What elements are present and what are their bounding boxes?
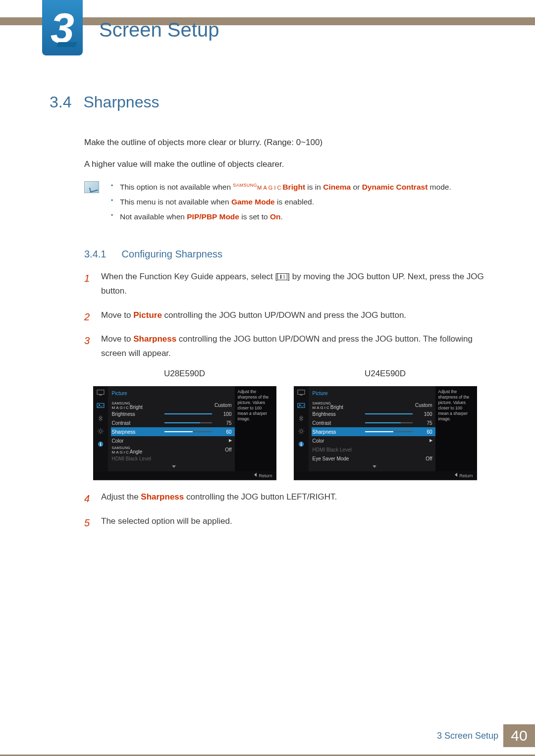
- osd-sidebar: [93, 386, 108, 471]
- step-4: 4 Adjust the Sharpness controlling the J…: [84, 490, 485, 504]
- intro-p1: Make the outline of objects more clear o…: [84, 136, 485, 149]
- note-item-2: This menu is not available when Game Mod…: [111, 196, 451, 208]
- chapter-title: Screen Setup: [99, 19, 219, 41]
- info-icon: [96, 441, 105, 448]
- step-5: 5 The selected option will be applied.: [84, 514, 485, 529]
- osd-row: Color▶: [111, 436, 235, 445]
- intro-p2: A higher value will make the outline of …: [84, 158, 485, 171]
- svg-point-12: [300, 430, 302, 432]
- subsection-heading: 3.4.1 Configuring Sharpness: [84, 249, 485, 260]
- osd-row-label: Color: [112, 437, 161, 445]
- chevron-right-icon: ▶: [428, 437, 432, 444]
- page-footer: 3 Screen Setup 40: [437, 724, 535, 747]
- chevron-down-icon: [373, 465, 376, 468]
- subsection-title: Configuring Sharpness: [122, 249, 222, 259]
- model-right: U24E590D: [285, 367, 485, 381]
- note-icon: [84, 181, 99, 193]
- section-body: Make the outline of objects more clear o…: [84, 136, 485, 226]
- note-box: This option is not available when SAMSUN…: [84, 181, 485, 226]
- osd-header: Picture: [111, 387, 235, 401]
- step-3: 3 Move to Sharpness controlling the JOG …: [84, 332, 485, 361]
- osd-row: Color▶: [312, 436, 435, 445]
- section-heading: 3.4 Sharpness: [50, 93, 485, 111]
- osd-tip: Adjust the sharpness of the picture. Val…: [235, 386, 276, 471]
- osd-row-label: Color: [313, 437, 362, 445]
- osd-main: Picture SAMSUNGMAGICBrightCustomBrightne…: [108, 386, 235, 471]
- monitor-icon: [96, 389, 105, 396]
- gear-icon: [297, 428, 306, 435]
- size-icon: [297, 415, 306, 422]
- picture-icon: [96, 402, 105, 409]
- model-left: U28E590D: [84, 367, 285, 381]
- footer-text: 3 Screen Setup: [437, 731, 498, 741]
- osd-row: Contrast75: [111, 418, 235, 427]
- section-number: 3.4: [50, 93, 81, 111]
- osd-header: Picture: [312, 387, 435, 401]
- osd-row: Brightness100: [312, 409, 435, 418]
- osd-row-label: HDMI Black Level: [313, 446, 362, 454]
- section-title: Sharpness: [83, 93, 159, 111]
- monitor-icon: [297, 389, 306, 396]
- osd-row-label: Sharpness: [112, 428, 161, 436]
- svg-rect-14: [301, 444, 302, 446]
- osd-row: Sharpness60: [111, 427, 235, 436]
- info-icon: [297, 441, 306, 448]
- osd-row: SAMSUNGMAGICBrightCustom: [111, 401, 235, 409]
- osd-row-label: SAMSUNGMAGICBright: [112, 401, 161, 409]
- osd-main: Picture SAMSUNGMAGICBrightCustomBrightne…: [309, 386, 435, 471]
- back-icon: [254, 473, 257, 477]
- osd-left: Picture SAMSUNGMAGICBrightCustomBrightne…: [93, 386, 276, 480]
- page-number: 40: [503, 724, 535, 747]
- osd-right: Picture SAMSUNGMAGICBrightCustomBrightne…: [294, 386, 477, 480]
- osd-row-label: Contrast: [112, 419, 161, 427]
- note-item-1: This option is not available when SAMSUN…: [111, 181, 451, 193]
- osd-row-label: Sharpness: [313, 428, 362, 436]
- step-2: 2 Move to Picture controlling the JOG bu…: [84, 308, 485, 323]
- menu-icon: [277, 273, 287, 280]
- osd-tip: Adjust the sharpness of the picture. Val…: [435, 386, 477, 471]
- osd-row-label: Contrast: [313, 419, 362, 427]
- osd-row: HDMI Black Level: [111, 454, 235, 463]
- osd-screens: U28E590D Picture: [84, 367, 485, 480]
- svg-rect-15: [301, 443, 302, 444]
- note-list: This option is not available when SAMSUN…: [111, 181, 451, 226]
- osd-row-label: SAMSUNGMAGICAngle: [112, 445, 161, 454]
- osd-row: HDMI Black Level: [312, 445, 435, 454]
- svg-rect-9: [300, 395, 302, 395]
- svg-rect-0: [97, 390, 104, 395]
- osd-row: SAMSUNGMAGICBrightCustom: [312, 401, 435, 409]
- gear-icon: [96, 428, 105, 435]
- step-1: 1 When the Function Key Guide appears, s…: [84, 270, 485, 299]
- svg-rect-1: [99, 395, 102, 395]
- svg-rect-8: [298, 390, 305, 395]
- steps-list: 1 When the Function Key Guide appears, s…: [84, 270, 485, 529]
- osd-row: Contrast75: [312, 418, 435, 427]
- back-icon: [455, 473, 457, 477]
- osd-row: SAMSUNGMAGICAngleOff: [111, 445, 235, 454]
- osd-footer: Return: [93, 471, 276, 479]
- osd-right-col: U24E590D Picture: [285, 367, 485, 480]
- chapter-badge: 3: [42, 0, 83, 55]
- osd-row-label: HDMI Black Level: [112, 454, 161, 463]
- note-item-3: Not available when PIP/PBP Mode is set t…: [111, 211, 451, 223]
- osd-row: Eye Saver ModeOff: [312, 454, 435, 463]
- picture-icon: [297, 402, 306, 409]
- osd-row-label: Brightness: [313, 410, 362, 418]
- chevron-down-icon: [172, 465, 176, 468]
- osd-row: Sharpness60: [312, 427, 435, 436]
- size-icon: [96, 415, 105, 422]
- subsection-number: 3.4.1: [84, 249, 119, 260]
- content-area: 3.4 Sharpness Make the outline of object…: [50, 93, 485, 539]
- osd-left-col: U28E590D Picture: [84, 367, 285, 480]
- svg-rect-7: [100, 443, 101, 444]
- osd-row: Brightness100: [111, 409, 235, 418]
- osd-row-label: Brightness: [112, 410, 161, 418]
- svg-rect-6: [100, 444, 101, 446]
- osd-footer: Return: [294, 471, 477, 479]
- chevron-right-icon: ▶: [227, 437, 232, 444]
- osd-sidebar: [294, 386, 309, 471]
- osd-row-label: SAMSUNGMAGICBright: [313, 401, 362, 409]
- osd-row-label: Eye Saver Mode: [313, 454, 362, 463]
- svg-point-4: [99, 430, 102, 432]
- chapter-number: 3: [51, 6, 74, 49]
